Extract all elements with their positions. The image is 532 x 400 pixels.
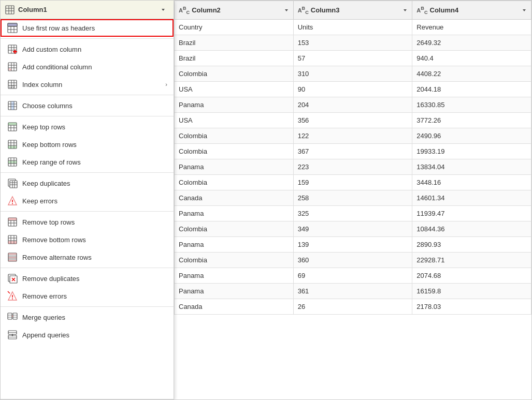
menu-item-keep-bottom-rows[interactable]: Keep bottom rows <box>1 136 174 153</box>
remove-top-icon <box>7 216 18 228</box>
table-icon <box>5 5 15 15</box>
menu-item-remove-bottom-rows[interactable]: Remove bottom rows <box>1 231 174 248</box>
svg-rect-92 <box>8 313 12 319</box>
svg-point-90 <box>12 299 13 300</box>
menu-item-label-add-custom-column: Add custom column <box>22 46 81 53</box>
menu-item-label-remove-top-rows: Remove top rows <box>22 218 75 226</box>
table-cell: 26 <box>293 299 412 315</box>
table-cell: 2074.68 <box>412 268 531 284</box>
col4-dropdown[interactable] <box>522 8 527 13</box>
table-row: Panama692074.68 <box>175 268 531 284</box>
table-cell: 223 <box>293 159 412 175</box>
menu-item-label-remove-duplicates: Remove duplicates <box>22 275 80 283</box>
table-cell: 139 <box>293 237 412 253</box>
menu-item-label-remove-bottom-rows: Remove bottom rows <box>22 236 86 244</box>
table-cell: 2890.93 <box>412 237 531 253</box>
remove-dup-icon <box>7 273 18 284</box>
table-cell: 3448.16 <box>412 175 531 190</box>
menu-item-use-first-row[interactable]: Use first row as headers <box>1 19 174 37</box>
menu-item-index-column[interactable]: 123 Index column› <box>1 76 174 93</box>
table-cell: 14601.34 <box>412 190 531 206</box>
table-cell: Colombia <box>175 144 294 159</box>
remove-alt-icon <box>7 251 18 263</box>
menu-divider <box>1 306 174 307</box>
table-row: Panama22313834.04 <box>175 159 531 175</box>
col3-dropdown[interactable] <box>402 8 408 13</box>
table-cell: 356 <box>293 113 412 128</box>
table-cell: 10844.36 <box>412 221 531 237</box>
table-cell: Panama <box>175 284 294 299</box>
table-cell: Country <box>175 20 294 35</box>
svg-marker-106 <box>523 9 526 11</box>
table-row: USA3563772.26 <box>175 113 531 128</box>
table-cell: Canada <box>175 299 294 315</box>
menu-item-remove-duplicates[interactable]: Remove duplicates <box>1 270 174 287</box>
menu-item-label-keep-duplicates: Keep duplicates <box>22 180 70 187</box>
table-cell: 349 <box>293 221 412 237</box>
menu-item-choose-columns[interactable]: Choose columns <box>1 97 174 114</box>
table-cell: Panama <box>175 237 294 253</box>
col2-header: ABC Column2 <box>175 1 294 20</box>
table-row: Colombia1222490.96 <box>175 128 531 144</box>
table-row: Brazil1532649.32 <box>175 35 531 51</box>
menu-item-label-append-queries: Append queries <box>22 331 69 339</box>
svg-rect-7 <box>8 23 17 26</box>
svg-text:fx: fx <box>9 68 11 71</box>
table-cell: 153 <box>293 35 412 51</box>
table-cell: 19933.19 <box>412 144 531 159</box>
header-dropdown-arrow[interactable] <box>157 4 169 16</box>
menu-item-remove-top-rows[interactable]: Remove top rows <box>1 213 174 231</box>
col3-type-icon: ABC <box>298 6 309 15</box>
table-row: USA902044.18 <box>175 82 531 97</box>
choose-col-icon <box>7 100 18 111</box>
svg-rect-0 <box>6 6 14 14</box>
svg-rect-44 <box>8 146 17 149</box>
menu-item-label-keep-bottom-rows: Keep bottom rows <box>22 141 77 149</box>
menu-item-keep-errors[interactable]: Keep errors <box>1 192 174 210</box>
menu-item-label-choose-columns: Choose columns <box>22 102 73 110</box>
menu-item-keep-range-of-rows[interactable]: Keep range of rows <box>1 153 174 171</box>
menu-item-label-keep-errors: Keep errors <box>22 197 57 205</box>
table-cell: 940.4 <box>412 51 531 66</box>
table-cell: USA <box>175 82 294 97</box>
table-cell: Colombia <box>175 128 294 144</box>
menu-item-merge-queries[interactable]: Merge queries <box>1 308 174 326</box>
table-row: Panama36116159.8 <box>175 284 531 299</box>
table-cell: Colombia <box>175 66 294 82</box>
col4-name: Column4 <box>430 6 459 14</box>
menu-item-label-add-conditional-column: Add conditional column <box>22 63 92 71</box>
table-cell: 11939.47 <box>412 206 531 221</box>
menu-item-add-conditional-column[interactable]: fx Add conditional column <box>1 58 174 76</box>
menu-divider <box>1 172 174 173</box>
table-cell: 57 <box>293 51 412 66</box>
table-cell: Brazil <box>175 51 294 66</box>
table-cell: 325 <box>293 206 412 221</box>
menu-item-remove-errors[interactable]: Remove errors <box>1 287 174 305</box>
svg-rect-79 <box>8 260 17 261</box>
table-cell: 310 <box>293 66 412 82</box>
table-cell: 3772.26 <box>412 113 531 128</box>
menu-item-label-keep-range-of-rows: Keep range of rows <box>22 158 81 166</box>
svg-rect-93 <box>13 313 17 319</box>
table-row: Colombia3104408.22 <box>175 66 531 82</box>
table-body: CountryUnitsRevenueBrazil1532649.32Brazi… <box>175 20 531 315</box>
table-cell: Colombia <box>175 253 294 268</box>
menu-item-add-custom-column[interactable]: Add custom column <box>1 40 174 58</box>
keep-top-icon <box>7 121 18 132</box>
col2-dropdown[interactable] <box>284 8 289 13</box>
menu-item-append-queries[interactable]: Append queries <box>1 326 174 344</box>
table-cell: 2044.18 <box>412 82 531 97</box>
col3-name: Column3 <box>311 6 340 14</box>
index-col-icon: 123 <box>7 79 18 90</box>
table-cell: 16159.8 <box>412 284 531 299</box>
table-header-icon <box>7 22 18 34</box>
column1-label: Column1 <box>18 6 47 13</box>
table-cell: Brazil <box>175 35 294 51</box>
table-row: Colombia34910844.36 <box>175 221 531 237</box>
menu-item-keep-duplicates[interactable]: Keep duplicates <box>1 174 174 192</box>
table-cell: 361 <box>293 284 412 299</box>
table-cell: Units <box>293 20 412 35</box>
menu-item-keep-top-rows[interactable]: Keep top rows <box>1 118 174 136</box>
table-cell: Canada <box>175 190 294 206</box>
menu-item-remove-alternate-rows[interactable]: Remove alternate rows <box>1 248 174 266</box>
